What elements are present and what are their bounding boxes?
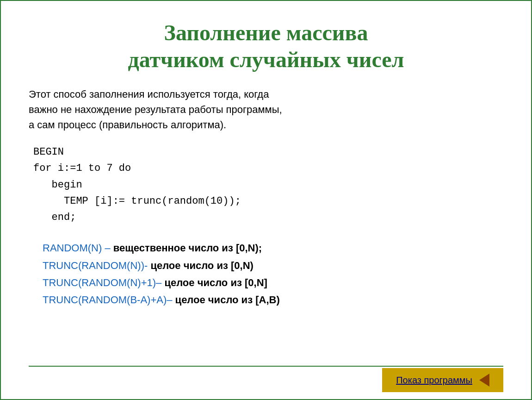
arrow-left-icon [479,374,489,387]
info-blue-1: RANDOM(N) – [43,242,111,254]
info-blue-3: TRUNC(RANDOM(N)+1)– [43,277,161,288]
info-blue-2: TRUNC(RANDOM(N))- [43,260,148,271]
code-line-2: for i:=1 to 7 do [33,160,503,176]
info-black-3: целое число из [0,N] [161,277,267,288]
info-black-1: вещественное число из [0,N); [111,242,262,254]
info-line-2: TRUNC(RANDOM(N))- целое число из [0,N) [43,257,503,274]
button-container: Показ программы [382,368,503,392]
info-blue-4: TRUNC(RANDOM(B-A)+A)– [43,294,173,306]
bottom-divider [29,366,503,367]
info-section: RANDOM(N) – вещественное число из [0,N);… [43,239,503,309]
show-program-button[interactable]: Показ программы [382,368,503,392]
page-title: Заполнение массивадатчиком случайных чис… [29,19,503,73]
code-line-1: BEGIN [33,144,503,160]
code-block: BEGIN for i:=1 to 7 do begin TEMP [i]:= … [33,144,503,225]
description-text: Этот способ заполнения используется тогд… [29,87,503,132]
info-line-1: RANDOM(N) – вещественное число из [0,N); [43,239,503,256]
info-line-4: TRUNC(RANDOM(B-A)+A)– целое число из [A,… [43,291,503,308]
show-program-label: Показ программы [396,375,472,386]
info-black-4: целое число из [A,B) [173,294,280,306]
code-line-4: TEMP [i]:= trunc(random(10)); [33,193,503,209]
code-line-5: end; [33,209,503,225]
info-black-2: целое число из [0,N) [148,260,254,271]
info-line-3: TRUNC(RANDOM(N)+1)– целое число из [0,N] [43,274,503,291]
code-line-3: begin [33,177,503,193]
slide: Заполнение массивадатчиком случайных чис… [0,0,532,400]
